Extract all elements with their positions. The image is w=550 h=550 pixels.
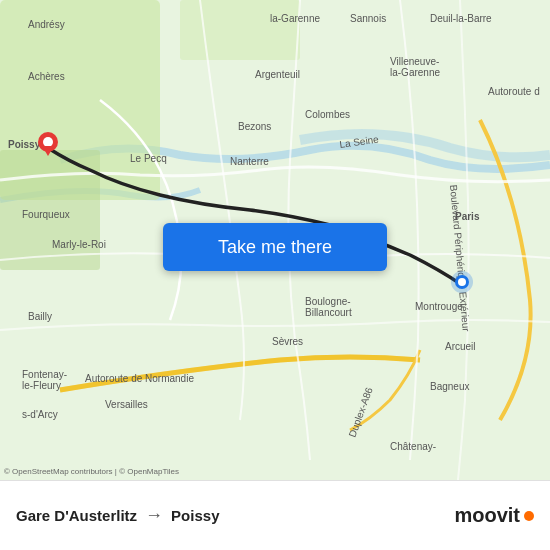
moovit-brand-text: moovit <box>454 504 520 527</box>
map-container: Andrésy Achères Poissy la-Garenne Sannoi… <box>0 0 550 480</box>
svg-text:le-Fleury: le-Fleury <box>22 380 61 391</box>
svg-text:Andrésy: Andrésy <box>28 19 65 30</box>
moovit-dot-icon <box>524 511 534 521</box>
take-me-there-button[interactable]: Take me there <box>163 223 387 271</box>
svg-text:Sèvres: Sèvres <box>272 336 303 347</box>
to-station: Poissy <box>171 507 219 524</box>
svg-text:Marly-le-Roi: Marly-le-Roi <box>52 239 106 250</box>
svg-text:Argenteuil: Argenteuil <box>255 69 300 80</box>
footer-route: Gare D'Austerlitz → Poissy <box>16 505 454 526</box>
svg-point-42 <box>458 278 466 286</box>
svg-text:Colombes: Colombes <box>305 109 350 120</box>
from-station: Gare D'Austerlitz <box>16 507 137 524</box>
svg-text:s-d'Arcy: s-d'Arcy <box>22 409 58 420</box>
svg-text:Nanterre: Nanterre <box>230 156 269 167</box>
svg-text:Châtenay-: Châtenay- <box>390 441 436 452</box>
svg-text:Versailles: Versailles <box>105 399 148 410</box>
svg-text:la-Garenne: la-Garenne <box>390 67 440 78</box>
svg-text:Deuil-la-Barre: Deuil-la-Barre <box>430 13 492 24</box>
svg-text:Arcueil: Arcueil <box>445 341 476 352</box>
svg-text:Autoroute de Normandie: Autoroute de Normandie <box>85 373 194 384</box>
svg-text:Le Pecq: Le Pecq <box>130 153 167 164</box>
svg-text:Montrouge: Montrouge <box>415 301 463 312</box>
footer: Gare D'Austerlitz → Poissy moovit <box>0 480 550 550</box>
svg-text:Poissy: Poissy <box>8 139 41 150</box>
arrow-icon: → <box>145 505 163 526</box>
svg-text:la-Garenne: la-Garenne <box>270 13 320 24</box>
svg-text:Fontenay-: Fontenay- <box>22 369 67 380</box>
svg-text:Bezons: Bezons <box>238 121 271 132</box>
svg-text:Sannois: Sannois <box>350 13 386 24</box>
svg-text:Fourqueux: Fourqueux <box>22 209 70 220</box>
svg-text:Achères: Achères <box>28 71 65 82</box>
svg-text:Autoroute d: Autoroute d <box>488 86 540 97</box>
svg-text:Bagneux: Bagneux <box>430 381 469 392</box>
svg-text:Bailly: Bailly <box>28 311 52 322</box>
moovit-logo: moovit <box>454 504 534 527</box>
svg-point-38 <box>43 137 53 147</box>
svg-text:Paris: Paris <box>455 211 480 222</box>
svg-text:Boulogne-: Boulogne- <box>305 296 351 307</box>
svg-text:© OpenStreetMap contributors |: © OpenStreetMap contributors | © OpenMap… <box>4 467 179 476</box>
svg-text:Villeneuve-: Villeneuve- <box>390 56 439 67</box>
svg-text:Billancourt: Billancourt <box>305 307 352 318</box>
svg-rect-3 <box>180 0 300 60</box>
